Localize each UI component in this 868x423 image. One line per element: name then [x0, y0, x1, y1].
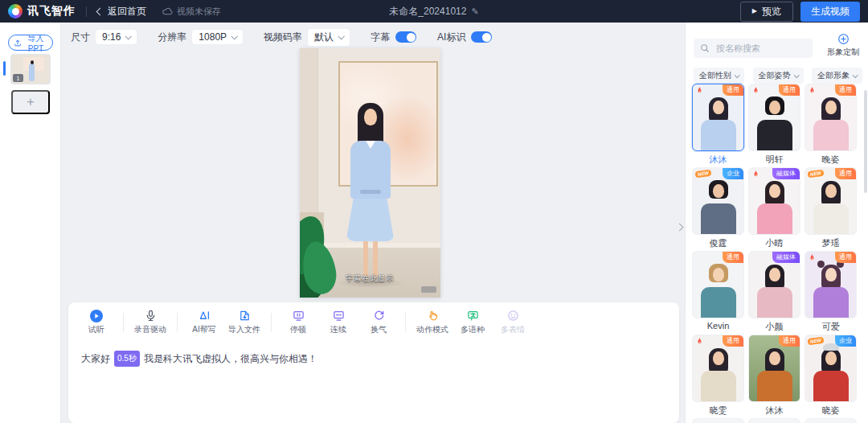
gesture-icon — [427, 309, 439, 322]
scrollbar[interactable] — [864, 90, 867, 193]
new-icon: NEW — [808, 337, 825, 346]
collapse-panel-handle[interactable] — [677, 219, 682, 233]
slide-thumbnail[interactable]: 1 — [11, 55, 50, 84]
script-text[interactable]: 大家好0.5秒我是科大讯飞虚拟人，很高兴与你相遇！ — [68, 339, 679, 367]
upload-icon — [14, 39, 22, 47]
preview-button[interactable]: ▶ 预览 — [740, 2, 793, 22]
expression-icon — [507, 309, 519, 322]
filter-dropdown-1[interactable]: 全部姿势 — [753, 68, 804, 84]
subtitle-toggle[interactable] — [395, 31, 416, 43]
resolution-dropdown[interactable]: 1080P — [192, 30, 243, 44]
ai-badge-toggle[interactable] — [471, 31, 492, 43]
avatar-card[interactable]: NEW通用 — [805, 167, 857, 235]
multilingual-icon — [467, 309, 479, 322]
subtitle-placeholder[interactable]: 字幕在此显示 — [300, 273, 440, 284]
chevron-down-icon — [735, 72, 740, 78]
search-input[interactable] — [714, 43, 806, 54]
avatar-name: Kevin — [692, 321, 744, 331]
avatar-card[interactable]: 通用 — [692, 84, 744, 151]
tool-gesture[interactable]: 动作模式 — [412, 309, 452, 335]
plus-circle-icon — [837, 33, 850, 45]
avatar-card[interactable]: 通用 — [748, 84, 800, 151]
chevron-down-icon — [231, 33, 238, 39]
tool-import-file[interactable]: 导入文件 — [224, 309, 264, 335]
avatar-name: 沐沐 — [748, 405, 800, 417]
customize-avatar-button[interactable]: 形象定制 — [827, 33, 859, 58]
hot-icon — [808, 86, 817, 95]
editor-tools: 试听录音驱动AI帮写导入文件停顿连续换气动作模式多语种多表情 — [68, 302, 679, 339]
hot-icon — [695, 337, 704, 346]
app-window: 讯飞智作 返回首页 视频未保存 未命名_20241012 ✎ ▶ 预览 生成视频… — [0, 0, 868, 423]
hot-icon — [751, 170, 760, 179]
tool-play[interactable]: 试听 — [76, 309, 117, 335]
app-name: 讯飞智作 — [27, 4, 76, 18]
breath-icon — [373, 309, 385, 322]
ai-write-icon — [199, 309, 211, 322]
video-preview-canvas[interactable]: 字幕在此显示 — [300, 48, 440, 298]
avatar-card[interactable]: 通用 — [805, 84, 857, 151]
avatar-name: 晓雯 — [692, 405, 744, 417]
generate-video-button[interactable]: 生成视频 — [800, 2, 860, 22]
cloud-icon — [162, 7, 173, 16]
pause-icon — [293, 309, 305, 322]
avatar-name: 晚姿 — [805, 154, 857, 166]
size-dropdown[interactable]: 9:16 — [96, 30, 137, 44]
avatar-card[interactable]: NEW企业 — [805, 335, 857, 402]
avatar-tag: 通用 — [779, 84, 800, 96]
active-slide-indicator — [3, 61, 6, 76]
slide-number-badge: 1 — [13, 74, 23, 82]
avatar-card[interactable]: 通用 — [692, 251, 744, 318]
document-title: 未命名_20241012 ✎ — [389, 5, 478, 18]
hot-icon — [808, 253, 817, 262]
slides-sidebar: 导入PPT 1 + — [0, 23, 61, 423]
avatar-name: 小颜 — [748, 321, 800, 333]
tool-breath[interactable]: 换气 — [358, 309, 399, 335]
add-slide-button[interactable]: + — [11, 90, 50, 114]
import-file-icon — [239, 309, 251, 322]
filter-dropdown-2[interactable]: 全部形象 — [812, 68, 862, 84]
import-ppt-button[interactable]: 导入PPT — [8, 35, 53, 51]
pause-marker[interactable]: 0.5秒 — [114, 351, 140, 367]
logo-icon — [8, 4, 23, 18]
tool-ai-write[interactable]: AI帮写 — [184, 309, 224, 335]
resolution-label: 分辨率 — [158, 31, 186, 44]
play-triangle-icon: ▶ — [752, 8, 757, 14]
chevron-down-icon — [853, 72, 858, 78]
topbar: 讯飞智作 返回首页 视频未保存 未命名_20241012 ✎ ▶ 预览 生成视频 — [0, 0, 868, 23]
chevron-down-icon — [125, 33, 132, 39]
avatar-card[interactable]: 融媒体 — [748, 167, 800, 235]
continuous-icon — [333, 309, 345, 322]
chevron-left-icon — [96, 7, 104, 15]
avatar-card[interactable] — [748, 418, 800, 423]
filter-dropdown-0[interactable]: 全部性别 — [694, 68, 744, 84]
script-segment: 我是科大讯飞虚拟人，很高兴与你相遇！ — [144, 351, 317, 366]
divider — [271, 313, 272, 332]
save-status: 视频未保存 — [162, 6, 221, 18]
tool-continuous[interactable]: 连续 — [318, 309, 358, 335]
back-home-button[interactable]: 返回首页 — [97, 5, 146, 18]
tool-mic[interactable]: 录音驱动 — [130, 309, 170, 335]
divider — [123, 313, 124, 332]
avatar-card[interactable]: 融媒体 — [748, 251, 800, 318]
avatar-grid: 通用沐沐通用明轩通用晚姿NEW企业俊霆融媒体小晴NEW通用梦瑶通用Kevin融媒… — [692, 84, 864, 423]
avatar-tag: 企业 — [723, 168, 743, 179]
chevron-down-icon — [793, 72, 799, 78]
script-segment: 大家好 — [81, 351, 110, 366]
avatar-card[interactable]: 通用 — [805, 251, 857, 318]
subtitle-label: 字幕 — [371, 31, 390, 44]
tool-multilingual[interactable]: 多语种 — [452, 309, 493, 335]
avatar-card[interactable]: 通用 — [748, 335, 800, 402]
avatar-name: 梦瑶 — [805, 237, 857, 249]
edit-icon[interactable]: ✎ — [471, 6, 478, 17]
avatar-card[interactable] — [805, 418, 857, 423]
tool-pause[interactable]: 停顿 — [278, 309, 318, 335]
avatar-card[interactable] — [692, 418, 744, 423]
avatar-card[interactable]: NEW企业 — [692, 167, 744, 235]
avatar-name: 明轩 — [748, 154, 800, 166]
chevron-down-icon — [338, 33, 345, 39]
bitrate-dropdown[interactable]: 默认 — [308, 29, 350, 46]
hot-icon — [751, 86, 760, 95]
avatar-card[interactable]: 通用 — [692, 335, 744, 402]
divider — [177, 313, 178, 332]
hot-icon — [695, 86, 704, 95]
